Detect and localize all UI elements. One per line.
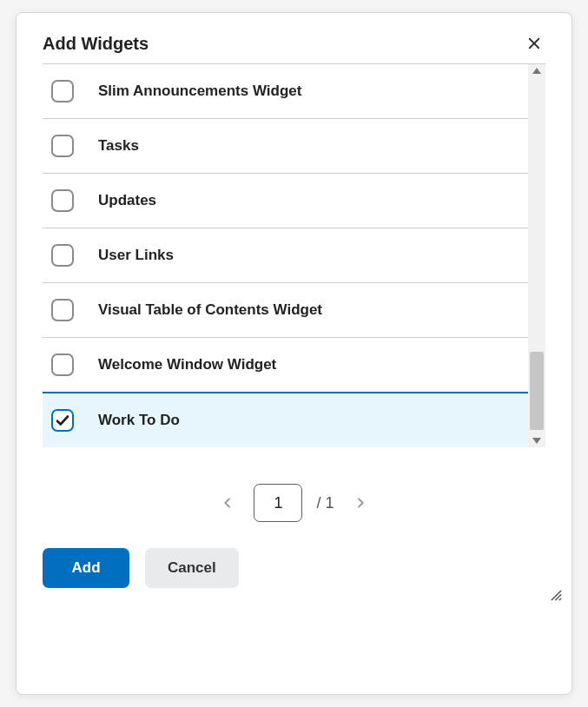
widget-label: Visual Table of Contents Widget: [98, 301, 322, 319]
pagination: / 1: [17, 447, 571, 548]
scrollbar[interactable]: [528, 64, 545, 447]
page-total: / 1: [316, 494, 334, 512]
chevron-right-icon: [353, 496, 367, 510]
widget-row[interactable]: Tasks: [43, 119, 545, 174]
dialog-title: Add Widgets: [43, 34, 149, 54]
resize-handle[interactable]: [547, 586, 563, 605]
prev-page-button[interactable]: [215, 491, 240, 515]
add-widgets-dialog: Add Widgets Slim Announcements WidgetTas…: [16, 12, 572, 695]
svg-line-4: [559, 598, 561, 600]
widget-checkbox[interactable]: [51, 354, 74, 376]
widget-list-wrapper: Slim Announcements WidgetTasksUpdatesUse…: [43, 63, 545, 447]
widget-row[interactable]: Visual Table of Contents Widget: [43, 283, 545, 338]
scroll-down-icon[interactable]: [532, 438, 541, 444]
dialog-footer: Add Cancel: [17, 548, 571, 614]
chevron-left-icon: [221, 496, 235, 510]
add-button[interactable]: Add: [43, 548, 129, 588]
widget-checkbox[interactable]: [51, 135, 74, 157]
scroll-up-icon[interactable]: [532, 68, 541, 74]
widget-row[interactable]: Slim Announcements Widget: [43, 64, 545, 119]
widget-checkbox[interactable]: [51, 299, 74, 321]
widget-label: User Links: [98, 247, 174, 264]
scroll-thumb[interactable]: [530, 352, 544, 430]
widget-checkbox[interactable]: [51, 189, 74, 212]
next-page-button[interactable]: [348, 491, 373, 515]
close-button[interactable]: [523, 32, 545, 55]
widget-row[interactable]: User Links: [43, 228, 545, 283]
widget-row[interactable]: Updates: [43, 174, 545, 228]
cancel-button[interactable]: Cancel: [145, 548, 239, 588]
widget-label: Work To Do: [98, 412, 180, 429]
close-icon: [526, 36, 542, 51]
widget-checkbox[interactable]: [51, 244, 74, 267]
checkmark-icon: [55, 413, 70, 428]
widget-label: Tasks: [98, 137, 139, 155]
widget-label: Slim Announcements Widget: [98, 83, 301, 100]
page-input[interactable]: [254, 484, 302, 522]
widget-list: Slim Announcements WidgetTasksUpdatesUse…: [43, 64, 545, 447]
widget-label: Welcome Window Widget: [98, 356, 276, 373]
widget-row[interactable]: Work To Do: [43, 392, 545, 447]
widget-checkbox[interactable]: [51, 409, 74, 432]
widget-label: Updates: [98, 192, 156, 209]
widget-row[interactable]: Welcome Window Widget: [43, 338, 545, 393]
widget-checkbox[interactable]: [51, 80, 74, 102]
dialog-header: Add Widgets: [17, 13, 571, 63]
resize-icon: [547, 586, 563, 602]
